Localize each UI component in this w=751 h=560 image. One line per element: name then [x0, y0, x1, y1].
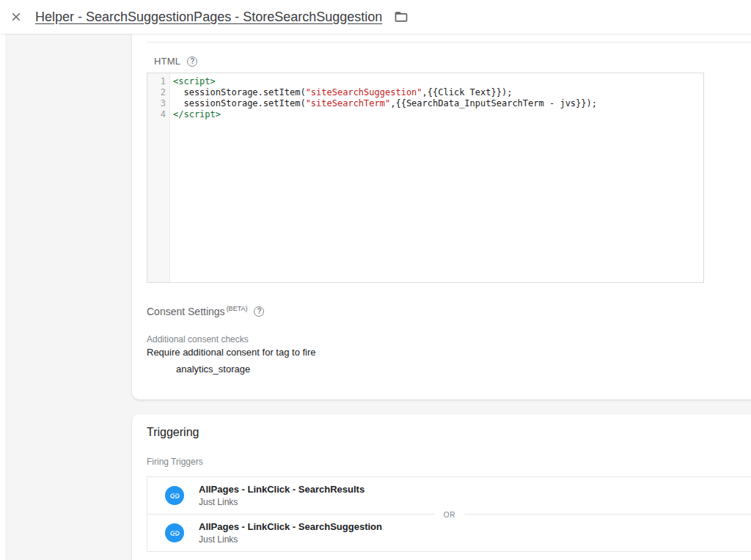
- code-line-1: <script>: [173, 76, 703, 87]
- folder-icon: [394, 10, 409, 24]
- html-field-label-row: HTML ?: [154, 56, 197, 67]
- or-divider: OR: [147, 514, 751, 515]
- code-string: "siteSearchSuggestion": [306, 87, 422, 97]
- section-divider: [147, 42, 751, 43]
- link-icon: [169, 490, 180, 501]
- content-area: HTML ? 1 2 3 4 <script> sessionStorage.s…: [0, 34, 751, 560]
- trigger-icon-circle: [165, 523, 184, 542]
- beta-badge: (BETA): [227, 305, 248, 312]
- trigger-type: Just Links: [199, 534, 382, 545]
- or-label: OR: [435, 510, 465, 518]
- consent-settings-section: Consent Settings(BETA) ? Additional cons…: [147, 305, 316, 375]
- topbar: Helper - SearchSuggestionPages - StoreSe…: [0, 0, 751, 34]
- help-icon[interactable]: ?: [187, 56, 197, 67]
- close-button[interactable]: [4, 5, 28, 29]
- line-number: 2: [147, 87, 169, 98]
- trigger-row-search-results[interactable]: AllPages - LinkClick - SearchResults Jus…: [147, 477, 751, 514]
- code-close-script-tag: </script>: [173, 109, 221, 119]
- trigger-text: AllPages - LinkClick - SearchSuggestion …: [199, 521, 382, 545]
- line-number: 4: [147, 109, 169, 120]
- code-open-script-tag: <script>: [173, 76, 216, 86]
- code-line-4: </script>: [173, 109, 703, 120]
- trigger-name: AllPages - LinkClick - SearchSuggestion: [199, 521, 382, 532]
- trigger-list: AllPages - LinkClick - SearchResults Jus…: [147, 476, 751, 552]
- triggering-card: Triggering Firing Triggers AllPages - Li…: [132, 414, 751, 560]
- consent-settings-title: Consent Settings(BETA): [147, 305, 247, 318]
- code-plain: ,{{SearchData_InputSearchTerm - jvs}});: [390, 98, 597, 108]
- html-field-label: HTML: [154, 56, 180, 67]
- trigger-icon-circle: [165, 486, 184, 505]
- code-plain: sessionStorage.setItem(: [173, 87, 306, 97]
- tag-config-card: HTML ? 1 2 3 4 <script> sessionStorage.s…: [132, 34, 751, 399]
- trigger-text: AllPages - LinkClick - SearchResults Jus…: [199, 484, 364, 507]
- consent-title-row: Consent Settings(BETA) ?: [147, 305, 316, 318]
- line-number-gutter: 1 2 3 4: [147, 73, 170, 282]
- code-area: <script> sessionStorage.setItem("siteSea…: [170, 73, 703, 282]
- trigger-row-search-suggestion[interactable]: AllPages - LinkClick - SearchSuggestion …: [147, 515, 751, 551]
- trigger-name: AllPages - LinkClick - SearchResults: [199, 484, 364, 495]
- consent-requirement-text: Require additional consent for tag to fi…: [147, 347, 316, 358]
- line-number: 3: [147, 98, 169, 109]
- code-line-3: sessionStorage.setItem("siteSearchTerm",…: [173, 98, 703, 109]
- html-code-editor[interactable]: 1 2 3 4 <script> sessionStorage.setItem(…: [147, 73, 704, 283]
- firing-triggers-label: Firing Triggers: [147, 457, 751, 467]
- line-number: 1: [147, 76, 169, 87]
- code-plain: sessionStorage.setItem(: [173, 98, 306, 108]
- code-plain: ,{{Click Text}});: [422, 87, 513, 97]
- move-to-folder-button[interactable]: [394, 10, 409, 24]
- left-gutter: [0, 34, 5, 560]
- tag-name-title: Helper - SearchSuggestionPages - StoreSe…: [35, 10, 382, 25]
- triggering-title: Triggering: [132, 414, 751, 439]
- additional-consent-checks-label: Additional consent checks: [147, 334, 316, 345]
- gtm-tag-detail-screen: Helper - SearchSuggestionPages - StoreSe…: [0, 0, 751, 560]
- help-icon[interactable]: ?: [254, 306, 264, 317]
- consent-type-value: analytics_storage: [176, 364, 316, 375]
- link-icon: [169, 528, 180, 539]
- trigger-type: Just Links: [199, 497, 364, 507]
- code-string: "siteSearchTerm": [306, 98, 391, 108]
- close-icon: [10, 10, 23, 23]
- code-line-2: sessionStorage.setItem("siteSearchSugges…: [173, 87, 703, 98]
